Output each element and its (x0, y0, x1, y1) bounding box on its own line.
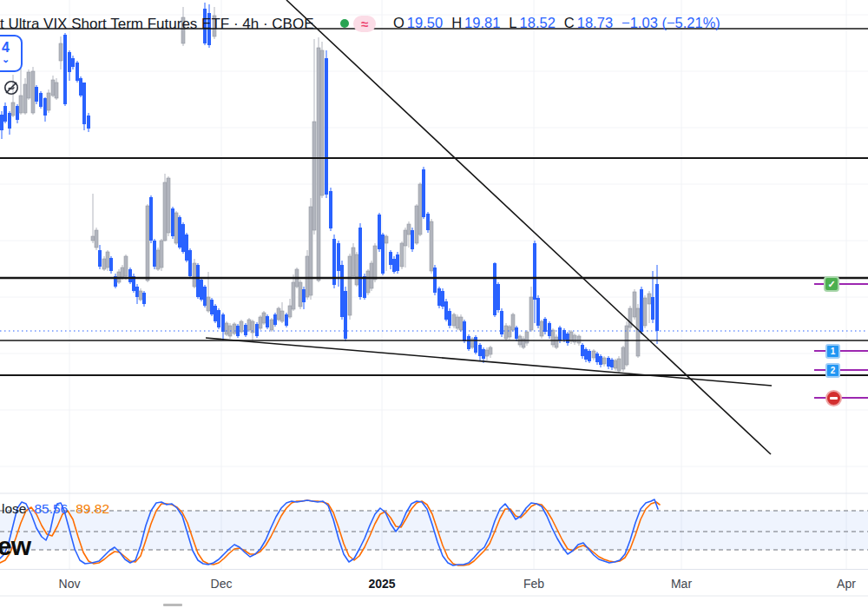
ohlc-low: L 18.52 (509, 15, 555, 31)
drawing-lines (0, 0, 868, 454)
axis-artifact (163, 604, 182, 606)
level-check-icon[interactable]: ✓ (824, 276, 839, 292)
level-two-badge[interactable]: 2 (825, 363, 840, 378)
time-axis-label-mar: Mar (671, 577, 692, 591)
interval-badge[interactable]: 4 ⌄ (0, 35, 23, 72)
stoch-d-value: 89.82 (76, 501, 109, 517)
market-status-icon[interactable] (340, 19, 349, 28)
ohlc-low-value: 18.52 (520, 15, 556, 31)
ohlc-open: O 19.50 (393, 15, 443, 31)
approx-data-badge[interactable]: ≈ (353, 16, 376, 32)
ohlc-high-value: 19.81 (464, 15, 500, 31)
time-axis-label-nov: Nov (59, 577, 81, 591)
interval-badge-label: 4 (2, 41, 10, 54)
trading-chart-window: t Ultra VIX Short Term Futures ETF · 4h … (0, 0, 868, 608)
ohlc-open-value: 19.50 (407, 15, 443, 31)
stoch-k-value: 85.56 (34, 501, 68, 517)
ohlc-close: C 18.73 (564, 15, 613, 31)
eye-off-icon[interactable] (3, 79, 20, 96)
ohlc-close-value: 18.73 (577, 15, 613, 31)
time-axis-label-dec: Dec (211, 577, 233, 591)
ohlc-high-label: H (451, 15, 462, 31)
indicator-name: lose (2, 501, 26, 517)
watermark-text: ew (0, 532, 30, 561)
ohlc-open-label: O (393, 15, 404, 31)
symbol-legend: t Ultra VIX Short Term Futures ETF · 4h … (0, 14, 314, 35)
block-bar (830, 397, 838, 400)
change-value: −1.03 (−5.21%) (621, 15, 720, 31)
candlestick-series (0, 33, 659, 373)
time-axis-label-apr: Apr (837, 577, 856, 591)
ohlc-close-label: C (564, 15, 575, 31)
time-axis[interactable]: NovDec2025FebMarApr (0, 570, 868, 596)
chevron-down-icon: ⌄ (2, 53, 10, 66)
ohlc-high: H 19.81 (451, 15, 500, 31)
symbol-title[interactable]: t Ultra VIX Short Term Futures ETF · 4h … (0, 16, 314, 33)
ohlc-readout: O 19.50 H 19.81 L 18.52 C 18.73 −1.03 (−… (393, 15, 720, 31)
ohlc-low-label: L (509, 15, 516, 31)
chart-canvas[interactable] (0, 0, 868, 608)
level-block-icon[interactable] (825, 390, 842, 406)
time-axis-label-2025: 2025 (368, 577, 395, 591)
time-axis-label-feb: Feb (523, 577, 544, 591)
level-one-badge[interactable]: 1 (825, 344, 840, 359)
indicator-legend[interactable]: lose 85.56 89.82 (2, 501, 109, 517)
